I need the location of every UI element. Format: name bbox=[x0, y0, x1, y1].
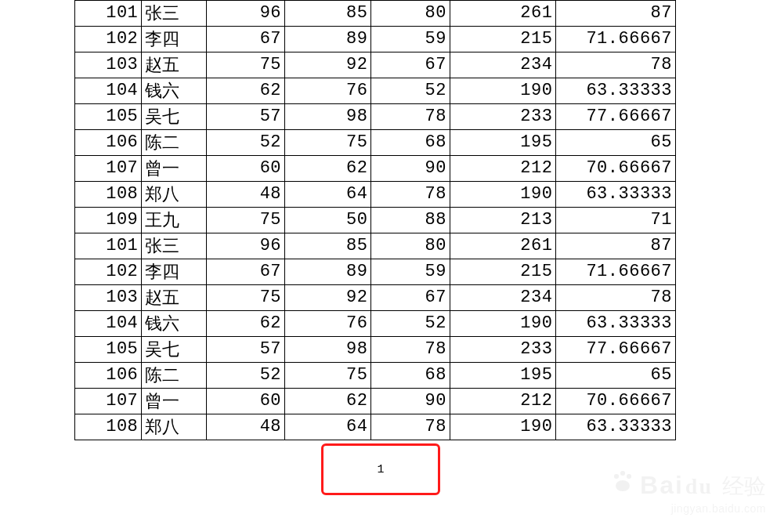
cell-c1: 48 bbox=[206, 182, 284, 208]
cell-c3: 80 bbox=[371, 1, 450, 27]
cell-avg: 71.66667 bbox=[556, 259, 676, 285]
table-row: 101张三96858026187 bbox=[75, 233, 676, 259]
cell-total: 190 bbox=[450, 78, 556, 104]
cell-c1: 52 bbox=[206, 130, 284, 156]
cell-name: 赵五 bbox=[142, 285, 206, 311]
cell-id: 108 bbox=[75, 414, 142, 440]
cell-total: 215 bbox=[450, 27, 556, 52]
table-row: 106陈二52756819565 bbox=[75, 363, 676, 389]
cell-c1: 60 bbox=[206, 389, 284, 414]
cell-c3: 90 bbox=[371, 156, 450, 182]
cell-c2: 62 bbox=[285, 156, 371, 182]
cell-c3: 90 bbox=[371, 389, 450, 414]
cell-c1: 57 bbox=[206, 337, 284, 363]
cell-avg: 71 bbox=[556, 208, 676, 233]
cell-id: 105 bbox=[75, 104, 142, 130]
cell-avg: 87 bbox=[556, 233, 676, 259]
cell-name: 曾一 bbox=[142, 389, 206, 414]
watermark-brand-bai: Bai bbox=[640, 471, 684, 500]
cell-total: 213 bbox=[450, 208, 556, 233]
paw-icon bbox=[610, 469, 635, 494]
table-row: 104钱六62765219063.33333 bbox=[75, 78, 676, 104]
cell-total: 233 bbox=[450, 104, 556, 130]
cell-name: 郑八 bbox=[142, 414, 206, 440]
cell-c2: 85 bbox=[285, 1, 371, 27]
cell-name: 李四 bbox=[142, 259, 206, 285]
watermark: Baidu 经验 jingyan.baidu.com bbox=[610, 469, 766, 515]
cell-c2: 92 bbox=[285, 52, 371, 78]
cell-c3: 68 bbox=[371, 363, 450, 389]
svg-point-2 bbox=[627, 474, 631, 479]
cell-total: 190 bbox=[450, 182, 556, 208]
cell-c2: 98 bbox=[285, 104, 371, 130]
cell-name: 张三 bbox=[142, 1, 206, 27]
cell-id: 104 bbox=[75, 311, 142, 337]
cell-name: 王九 bbox=[142, 208, 206, 233]
cell-id: 108 bbox=[75, 182, 142, 208]
cell-name: 陈二 bbox=[142, 130, 206, 156]
cell-c2: 89 bbox=[285, 27, 371, 52]
cell-total: 234 bbox=[450, 285, 556, 311]
cell-avg: 70.66667 bbox=[556, 156, 676, 182]
cell-avg: 77.66667 bbox=[556, 337, 676, 363]
cell-c1: 67 bbox=[206, 259, 284, 285]
cell-name: 钱六 bbox=[142, 78, 206, 104]
table-row: 103赵五75926723478 bbox=[75, 285, 676, 311]
cell-c2: 76 bbox=[285, 78, 371, 104]
cell-c3: 59 bbox=[371, 259, 450, 285]
cell-c2: 64 bbox=[285, 414, 371, 440]
cell-total: 215 bbox=[450, 259, 556, 285]
table-row: 101张三96858026187 bbox=[75, 1, 676, 27]
cell-c2: 92 bbox=[285, 285, 371, 311]
cell-c3: 78 bbox=[371, 182, 450, 208]
cell-name: 吴七 bbox=[142, 104, 206, 130]
cell-id: 109 bbox=[75, 208, 142, 233]
watermark-url: jingyan.baidu.com bbox=[610, 502, 766, 515]
cell-id: 101 bbox=[75, 1, 142, 27]
table-row: 103赵五75926723478 bbox=[75, 52, 676, 78]
cell-total: 190 bbox=[450, 311, 556, 337]
cell-avg: 63.33333 bbox=[556, 414, 676, 440]
cell-id: 103 bbox=[75, 52, 142, 78]
watermark-brand-jingyan: 经验 bbox=[722, 472, 766, 501]
table-row: 105吴七57987823377.66667 bbox=[75, 337, 676, 363]
cell-c1: 96 bbox=[206, 1, 284, 27]
cell-avg: 63.33333 bbox=[556, 311, 676, 337]
cell-avg: 77.66667 bbox=[556, 104, 676, 130]
cell-avg: 78 bbox=[556, 285, 676, 311]
table-row: 102李四67895921571.66667 bbox=[75, 27, 676, 52]
cell-c3: 78 bbox=[371, 337, 450, 363]
cell-c3: 52 bbox=[371, 311, 450, 337]
cell-c2: 85 bbox=[285, 233, 371, 259]
table-row: 108郑八48647819063.33333 bbox=[75, 182, 676, 208]
cell-id: 102 bbox=[75, 259, 142, 285]
cell-c3: 67 bbox=[371, 285, 450, 311]
table-body: 101张三96858026187102李四67895921571.6666710… bbox=[75, 1, 676, 440]
cell-name: 郑八 bbox=[142, 182, 206, 208]
cell-name: 曾一 bbox=[142, 156, 206, 182]
cell-c1: 75 bbox=[206, 52, 284, 78]
watermark-logo: Baidu 经验 bbox=[610, 469, 766, 501]
cell-id: 102 bbox=[75, 27, 142, 52]
cell-c1: 75 bbox=[206, 285, 284, 311]
watermark-brand-du: du bbox=[685, 474, 713, 499]
table-row: 108郑八48647819063.33333 bbox=[75, 414, 676, 440]
cell-total: 234 bbox=[450, 52, 556, 78]
cell-c1: 60 bbox=[206, 156, 284, 182]
cell-name: 李四 bbox=[142, 27, 206, 52]
cell-name: 赵五 bbox=[142, 52, 206, 78]
cell-c2: 75 bbox=[285, 130, 371, 156]
cell-avg: 70.66667 bbox=[556, 389, 676, 414]
cell-c3: 67 bbox=[371, 52, 450, 78]
table-row: 106陈二52756819565 bbox=[75, 130, 676, 156]
cell-id: 107 bbox=[75, 156, 142, 182]
svg-point-0 bbox=[614, 474, 619, 479]
cell-c1: 96 bbox=[206, 233, 284, 259]
cell-total: 195 bbox=[450, 130, 556, 156]
cell-c1: 75 bbox=[206, 208, 284, 233]
cell-id: 103 bbox=[75, 285, 142, 311]
cell-c3: 68 bbox=[371, 130, 450, 156]
cell-c3: 78 bbox=[371, 104, 450, 130]
table-row: 104钱六62765219063.33333 bbox=[75, 311, 676, 337]
cell-c2: 64 bbox=[285, 182, 371, 208]
